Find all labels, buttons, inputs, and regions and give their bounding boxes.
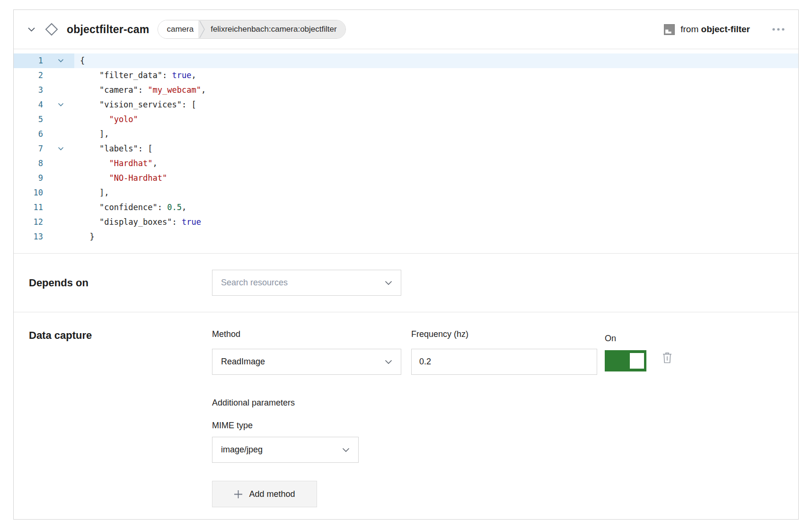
code-line[interactable]: 13 } — [14, 230, 798, 244]
toggle-on-label: On — [605, 334, 646, 344]
code-line-text: } — [74, 230, 95, 244]
chevron-down-icon — [27, 27, 35, 32]
code-line-text: "vision_services": [ — [74, 97, 196, 112]
line-number: 7 — [14, 141, 47, 156]
fold-spacer — [47, 230, 74, 244]
resource-title: objectfilter-cam — [67, 23, 149, 36]
search-resources-placeholder: Search resources — [221, 278, 385, 288]
line-number: 13 — [14, 230, 47, 244]
code-line[interactable]: 9 "NO-Hardhat" — [14, 171, 798, 186]
fold-spacer — [47, 200, 74, 215]
line-number: 5 — [14, 112, 47, 127]
component-diamond-icon — [44, 22, 59, 37]
code-line[interactable]: 4 "vision_services": [ — [14, 97, 798, 112]
code-editor[interactable]: 1{2 "filter_data": true,3 "camera": "my_… — [14, 49, 798, 254]
depends-on-section: Depends on Search resources — [14, 254, 798, 312]
code-line[interactable]: 8 "Hardhat", — [14, 156, 798, 171]
collapse-button[interactable] — [25, 23, 37, 35]
code-line[interactable]: 3 "camera": "my_webcam", — [14, 83, 798, 97]
fold-spacer — [47, 68, 74, 83]
frequency-label: Frequency (hz) — [411, 329, 597, 339]
code-line-text: "confidence": 0.5, — [74, 200, 186, 215]
code-line-text: "NO-Hardhat" — [74, 171, 167, 186]
card-header: objectfilter-cam camera felixreichenbach… — [14, 10, 798, 49]
line-number: 12 — [14, 215, 47, 230]
chevron-down-icon — [385, 360, 392, 364]
code-line[interactable]: 7 "labels": [ — [14, 141, 798, 156]
code-line-text: "yolo" — [74, 112, 138, 127]
fold-chevron-icon[interactable] — [47, 141, 74, 156]
type-badge: camera — [158, 20, 198, 38]
fold-spacer — [47, 156, 74, 171]
fold-spacer — [47, 215, 74, 230]
method-select[interactable]: ReadImage — [212, 349, 401, 375]
line-number: 2 — [14, 68, 47, 83]
method-value: ReadImage — [221, 357, 385, 367]
code-line[interactable]: 2 "filter_data": true, — [14, 68, 798, 83]
fold-spacer — [47, 171, 74, 186]
code-line-text: { — [74, 53, 85, 68]
ellipsis-icon — [772, 27, 785, 31]
chevron-down-icon — [342, 448, 350, 452]
mime-type-value: image/jpeg — [221, 445, 342, 455]
code-line-text: "display_boxes": true — [74, 215, 201, 230]
add-method-label: Add method — [249, 489, 295, 499]
fold-spacer — [47, 83, 74, 97]
code-line-text: "filter_data": true, — [74, 68, 196, 83]
code-line[interactable]: 12 "display_boxes": true — [14, 215, 798, 230]
add-method-button[interactable]: Add method — [212, 481, 317, 507]
code-line-text: "labels": [ — [74, 141, 153, 156]
resource-type-model-badge: camera felixreichenbach:camera:objectfil… — [158, 20, 345, 39]
fold-chevron-icon[interactable] — [47, 97, 74, 112]
line-number: 10 — [14, 186, 47, 200]
badge-separator-chevron-icon — [198, 20, 206, 38]
code-line[interactable]: 11 "confidence": 0.5, — [14, 200, 798, 215]
from-module-label: from object-filter — [680, 24, 750, 35]
trash-icon — [662, 352, 672, 364]
line-number: 8 — [14, 156, 47, 171]
code-line[interactable]: 5 "yolo" — [14, 112, 798, 127]
fold-spacer — [47, 186, 74, 200]
mime-type-select[interactable]: image/jpeg — [212, 437, 359, 463]
code-line-text: ], — [74, 186, 109, 200]
line-number: 11 — [14, 200, 47, 215]
depends-on-heading: Depends on — [29, 277, 212, 289]
model-badge: felixreichenbach:camera:objectfilter — [206, 20, 345, 38]
frequency-input[interactable] — [411, 349, 597, 375]
delete-method-button[interactable] — [661, 351, 673, 364]
toggle-knob — [630, 353, 644, 369]
additional-parameters-label: Additional parameters — [212, 398, 786, 408]
fold-chevron-icon[interactable] — [47, 53, 74, 68]
line-number: 3 — [14, 83, 47, 97]
mime-type-label: MIME type — [212, 421, 786, 431]
fold-spacer — [47, 112, 74, 127]
line-number: 1 — [14, 53, 47, 68]
depends-on-search-select[interactable]: Search resources — [212, 270, 401, 296]
line-number: 6 — [14, 127, 47, 141]
chevron-down-icon — [385, 281, 392, 285]
fold-spacer — [47, 127, 74, 141]
code-line-text: "camera": "my_webcam", — [74, 83, 206, 97]
code-line[interactable]: 1{ — [14, 53, 798, 68]
resource-card: objectfilter-cam camera felixreichenbach… — [13, 9, 799, 520]
module-icon — [664, 24, 675, 35]
more-menu-button[interactable] — [770, 23, 787, 35]
code-line-text: ], — [74, 127, 109, 141]
data-capture-section: Data capture Method ReadImage Frequency … — [14, 312, 798, 521]
line-number: 4 — [14, 97, 47, 112]
code-line-text: "Hardhat", — [74, 156, 158, 171]
line-number: 9 — [14, 171, 47, 186]
code-line[interactable]: 6 ], — [14, 127, 798, 141]
method-label: Method — [212, 329, 401, 339]
data-capture-heading: Data capture — [29, 329, 212, 507]
data-capture-toggle[interactable] — [605, 350, 646, 371]
plus-icon — [234, 490, 243, 499]
code-line[interactable]: 10 ], — [14, 186, 798, 200]
